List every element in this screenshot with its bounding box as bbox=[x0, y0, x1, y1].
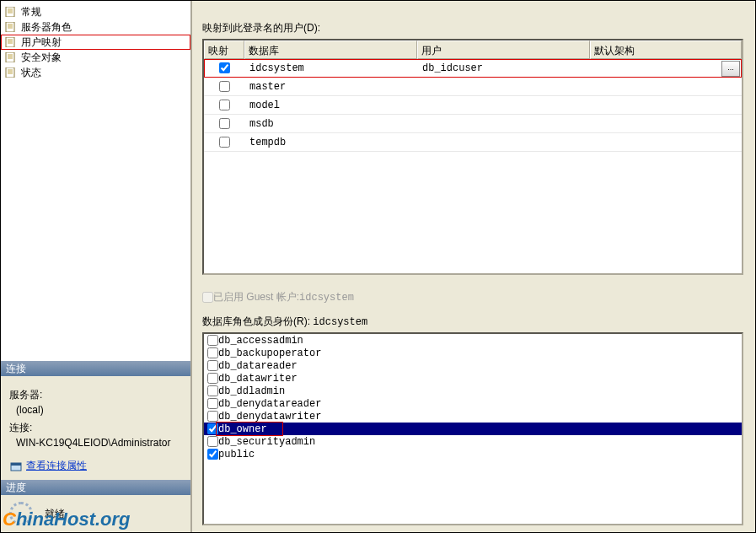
table-row[interactable]: master bbox=[204, 78, 742, 96]
role-name: db_securityadmin bbox=[218, 436, 315, 448]
role-name: db_ddladmin bbox=[218, 385, 285, 397]
nav-tree: 常规 服务器角色 用户映射 安全对象 状态 bbox=[1, 1, 190, 83]
mapping-row-checkbox[interactable] bbox=[219, 62, 230, 73]
tree-item-label: 常规 bbox=[21, 5, 41, 19]
role-row[interactable]: db_denydatawriter bbox=[204, 410, 742, 423]
mapping-row-checkbox[interactable] bbox=[219, 118, 230, 129]
page-icon bbox=[4, 51, 18, 63]
roles-label: 数据库角色成员身份(R): idcsystem bbox=[202, 315, 752, 329]
toolbar bbox=[194, 1, 752, 18]
connection-panel: 服务器: (local) 连接: WIN-KC19Q4LEIOD\Adminis… bbox=[1, 376, 190, 480]
mapping-row-db: master bbox=[244, 78, 417, 95]
tree-item-general[interactable]: 常规 bbox=[1, 4, 190, 19]
mapping-row-checkbox[interactable] bbox=[219, 100, 230, 110]
tree-spacer bbox=[1, 83, 190, 361]
tree-item-label: 服务器角色 bbox=[21, 20, 72, 35]
mapping-row-user bbox=[417, 96, 590, 114]
mapping-grid[interactable]: 映射 数据库 用户 默认架构 idcsystemdb_idcuser...mas… bbox=[202, 39, 743, 275]
mapping-col-schema[interactable]: 默认架构 bbox=[590, 40, 742, 59]
page-icon bbox=[4, 21, 18, 33]
svg-rect-4 bbox=[6, 67, 14, 78]
svg-rect-3 bbox=[6, 52, 14, 62]
mapping-row-schema bbox=[590, 59, 742, 77]
mapping-row-db: idcsystem bbox=[244, 59, 417, 77]
svg-rect-6 bbox=[11, 463, 21, 466]
role-name: db_datareader bbox=[218, 360, 298, 372]
role-checkbox[interactable] bbox=[207, 385, 218, 396]
left-pane: 常规 服务器角色 用户映射 安全对象 状态 连接 服务器: (local) bbox=[1, 1, 192, 532]
role-checkbox[interactable] bbox=[207, 335, 218, 346]
role-name: db_backupoperator bbox=[218, 347, 321, 359]
role-checkbox[interactable] bbox=[207, 436, 218, 447]
role-checkbox[interactable] bbox=[207, 423, 218, 434]
role-row[interactable]: db_denydatareader bbox=[204, 397, 742, 410]
tree-item-server-roles[interactable]: 服务器角色 bbox=[1, 19, 190, 35]
role-row[interactable]: db_datareader bbox=[204, 359, 742, 372]
svg-rect-2 bbox=[6, 37, 14, 47]
mapping-row-checkbox[interactable] bbox=[219, 81, 230, 92]
tree-item-status[interactable]: 状态 bbox=[1, 65, 190, 80]
guest-account-line: 已启用 Guest 帐户: idcsystem bbox=[202, 290, 752, 304]
mapping-row-db: msdb bbox=[244, 115, 417, 132]
tree-item-securables[interactable]: 安全对象 bbox=[1, 50, 190, 65]
role-row[interactable]: db_accessadmin bbox=[204, 334, 742, 347]
svg-rect-1 bbox=[6, 22, 14, 32]
svg-rect-0 bbox=[6, 7, 14, 17]
role-name: db_datawriter bbox=[218, 373, 298, 385]
mapping-col-map[interactable]: 映射 bbox=[204, 40, 244, 59]
role-name: db_accessadmin bbox=[218, 335, 303, 347]
tree-item-user-mapping[interactable]: 用户映射 bbox=[1, 35, 190, 50]
role-checkbox[interactable] bbox=[207, 449, 218, 460]
roles-listbox[interactable]: db_accessadmindb_backupoperatordb_datare… bbox=[202, 332, 743, 525]
role-checkbox[interactable] bbox=[207, 373, 218, 384]
role-row[interactable]: db_datawriter bbox=[204, 372, 742, 385]
view-connection-props-link[interactable]: 查看连接属性 bbox=[9, 459, 182, 473]
role-row[interactable]: public bbox=[204, 448, 742, 460]
table-row[interactable]: tempdb bbox=[204, 133, 742, 152]
role-row[interactable]: db_backupoperator bbox=[204, 347, 742, 359]
mapping-grid-header: 映射 数据库 用户 默认架构 bbox=[204, 40, 742, 59]
tree-item-label: 状态 bbox=[21, 66, 41, 80]
page-icon bbox=[4, 6, 18, 18]
right-pane: 映射到此登录名的用户(D): 映射 数据库 用户 默认架构 idcsystemd… bbox=[192, 1, 755, 532]
progress-header: 进度 bbox=[1, 480, 190, 495]
mapping-row-user bbox=[417, 78, 590, 95]
role-row[interactable]: db_owner bbox=[204, 423, 742, 435]
connection-header: 连接 bbox=[1, 361, 190, 376]
connection-label: 连接: bbox=[9, 421, 182, 435]
mapping-row-user bbox=[417, 133, 590, 151]
role-name: public bbox=[218, 449, 255, 460]
role-checkbox[interactable] bbox=[207, 347, 218, 358]
mapping-row-schema bbox=[590, 78, 742, 95]
link-icon bbox=[9, 460, 23, 473]
mapping-row-checkbox[interactable] bbox=[219, 137, 230, 148]
role-row[interactable]: db_securityadmin bbox=[204, 435, 742, 448]
server-value: (local) bbox=[9, 404, 182, 416]
tree-item-label: 安全对象 bbox=[21, 51, 62, 65]
role-checkbox[interactable] bbox=[207, 411, 218, 422]
mapping-row-schema bbox=[590, 115, 742, 132]
mapping-row-user bbox=[417, 115, 590, 132]
guest-checkbox bbox=[202, 292, 213, 303]
role-checkbox[interactable] bbox=[207, 360, 218, 371]
role-row[interactable]: db_ddladmin bbox=[204, 385, 742, 397]
page-icon bbox=[4, 67, 18, 78]
watermark-logo: ChinaHost.org bbox=[3, 509, 188, 530]
mapping-row-user: db_idcuser bbox=[417, 59, 590, 77]
schema-browse-button[interactable]: ... bbox=[721, 61, 740, 77]
mapping-row-schema bbox=[590, 133, 742, 151]
mapping-col-user[interactable]: 用户 bbox=[417, 40, 590, 59]
server-label: 服务器: bbox=[9, 388, 182, 402]
table-row[interactable]: model bbox=[204, 96, 742, 115]
role-checkbox[interactable] bbox=[207, 398, 218, 409]
mapping-row-db: tempdb bbox=[244, 133, 417, 151]
mapping-row-schema bbox=[590, 96, 742, 114]
mapping-col-db[interactable]: 数据库 bbox=[244, 40, 417, 59]
role-name: db_denydatawriter bbox=[218, 411, 321, 423]
table-row[interactable]: idcsystemdb_idcuser... bbox=[204, 59, 742, 78]
mapping-grid-body: idcsystemdb_idcuser...mastermodelmsdbtem… bbox=[204, 59, 742, 273]
role-name: db_owner bbox=[218, 423, 267, 435]
table-row[interactable]: msdb bbox=[204, 115, 742, 133]
role-name: db_denydatareader bbox=[218, 398, 321, 410]
connection-value: WIN-KC19Q4LEIOD\Administrator bbox=[9, 437, 182, 449]
